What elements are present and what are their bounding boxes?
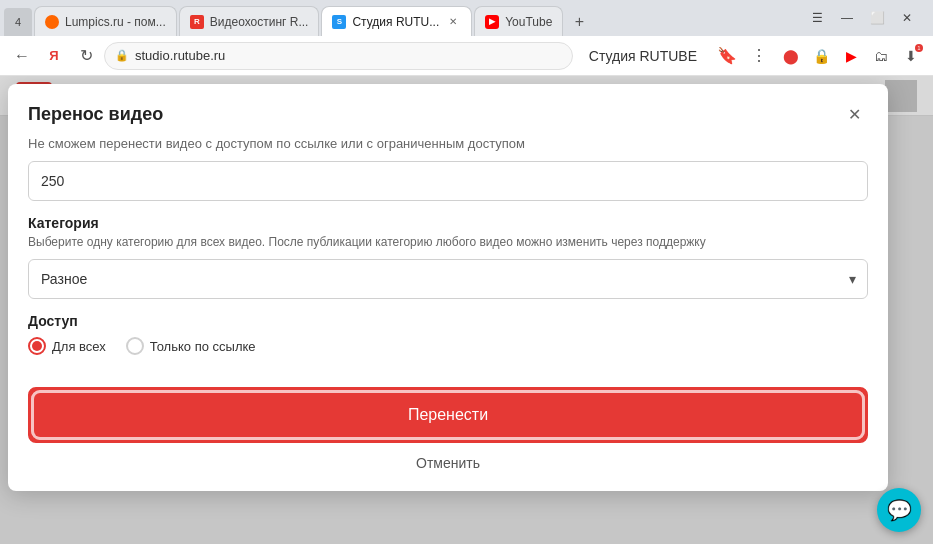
back-button[interactable]: ← xyxy=(8,42,36,70)
radio-link[interactable]: Только по ссылке xyxy=(126,337,256,355)
bookmark-button[interactable]: 🔖 xyxy=(713,42,741,70)
modal-subtitle: Не сможем перенести видео с доступом по … xyxy=(28,136,868,151)
radio-link-label: Только по ссылке xyxy=(150,339,256,354)
modal-footer: Перенести Отменить xyxy=(8,379,888,491)
tab-group-btn[interactable]: 4 xyxy=(4,8,32,36)
modal-title: Перенос видео xyxy=(28,104,163,125)
new-tab-button[interactable]: + xyxy=(565,8,593,36)
address-bar[interactable]: 🔒 studio.rutube.ru xyxy=(104,42,573,70)
menu-button[interactable]: ☰ xyxy=(803,4,831,32)
page-content: R rutube Перенос видео ✕ Не xyxy=(0,76,933,544)
yandex-home-button[interactable]: Я xyxy=(40,42,68,70)
refresh-button[interactable]: ↻ xyxy=(72,42,100,70)
tab-studio-active[interactable]: S Студия RUTU... ✕ xyxy=(321,6,472,36)
youtube-favicon: ▶ xyxy=(485,15,499,29)
ext-icon-2[interactable]: 🔒 xyxy=(807,42,835,70)
modal-dialog: Перенос видео ✕ Не сможем перенести виде… xyxy=(8,84,888,491)
rutubevid-favicon: R xyxy=(190,15,204,29)
extension-icons: ⬤ 🔒 ▶ 🗂 ⬇ 1 xyxy=(777,42,925,70)
ext-icon-4[interactable]: 🗂 xyxy=(867,42,895,70)
radio-public-circle xyxy=(28,337,46,355)
chat-icon: 💬 xyxy=(887,498,912,522)
transfer-button[interactable]: Перенести xyxy=(34,393,862,437)
ext-icon-3[interactable]: ▶ xyxy=(837,42,865,70)
tab-videhosting[interactable]: R Видеохостинг R... xyxy=(179,6,320,36)
browser-menu-button[interactable]: ⋮ xyxy=(745,42,773,70)
page-title: Студия RUTUBE xyxy=(577,48,709,64)
tab-lumpics[interactable]: Lumpics.ru - пом... xyxy=(34,6,177,36)
browser-frame: 4 Lumpics.ru - пом... R Видеохостинг R..… xyxy=(0,0,933,544)
address-text: studio.rutube.ru xyxy=(135,48,225,63)
tab-youtube-label: YouTube xyxy=(505,15,552,29)
category-label: Категория xyxy=(28,215,868,231)
lumpics-favicon xyxy=(45,15,59,29)
minimize-button[interactable]: — xyxy=(833,4,861,32)
transfer-button-highlight: Перенести xyxy=(28,387,868,443)
lock-icon: 🔒 xyxy=(115,49,129,62)
category-desc: Выберите одну категорию для всех видео. … xyxy=(28,235,868,249)
category-select-wrapper: Разное Образование Развлечения Наука Спо… xyxy=(28,259,868,299)
tab-studio-close[interactable]: ✕ xyxy=(445,14,461,30)
browser-toolbar: ← Я ↻ 🔒 studio.rutube.ru Студия RUTUBE 🔖… xyxy=(0,36,933,76)
tab-studio-label: Студия RUTU... xyxy=(352,15,439,29)
tab-bar: 4 Lumpics.ru - пом... R Видеохостинг R..… xyxy=(0,0,933,36)
ext-icon-5[interactable]: ⬇ 1 xyxy=(897,42,925,70)
access-label: Доступ xyxy=(28,313,868,329)
studio-favicon: S xyxy=(332,15,346,29)
close-button[interactable]: ✕ xyxy=(893,4,921,32)
radio-group: Для всех Только по ссылке xyxy=(28,337,868,355)
modal-close-button[interactable]: ✕ xyxy=(840,100,868,128)
chat-bubble-button[interactable]: 💬 xyxy=(877,488,921,532)
modal-body: Не сможем перенести видео с доступом по … xyxy=(8,136,888,379)
tab-lumpics-label: Lumpics.ru - пом... xyxy=(65,15,166,29)
radio-link-circle xyxy=(126,337,144,355)
category-select[interactable]: Разное Образование Развлечения Наука Спо… xyxy=(28,259,868,299)
access-section: Доступ Для всех Толь xyxy=(28,313,868,355)
modal-header: Перенос видео ✕ xyxy=(8,84,888,136)
ext-icon-1[interactable]: ⬤ xyxy=(777,42,805,70)
radio-public-label: Для всех xyxy=(52,339,106,354)
tab-youtube[interactable]: ▶ YouTube xyxy=(474,6,563,36)
video-count-input[interactable] xyxy=(28,161,868,201)
restore-button[interactable]: ⬜ xyxy=(863,4,891,32)
tab-videohosting-label: Видеохостинг R... xyxy=(210,15,309,29)
radio-public[interactable]: Для всех xyxy=(28,337,106,355)
page-background: R rutube Перенос видео ✕ Не xyxy=(0,76,933,544)
window-controls: ☰ — ⬜ ✕ xyxy=(803,4,929,36)
radio-public-dot xyxy=(32,341,42,351)
cancel-button[interactable]: Отменить xyxy=(28,451,868,475)
modal-overlay: Перенос видео ✕ Не сможем перенести виде… xyxy=(0,76,933,544)
